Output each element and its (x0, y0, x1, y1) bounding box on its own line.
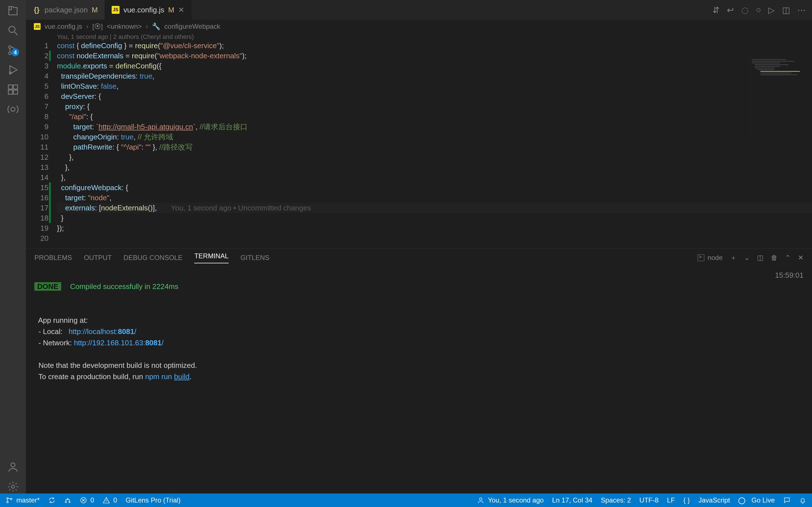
run-debug-icon[interactable] (6, 63, 20, 76)
svg-point-11 (11, 485, 15, 489)
close-panel-icon[interactable]: ✕ (798, 254, 804, 262)
status-lncol[interactable]: Ln 17, Col 34 (552, 496, 592, 504)
status-errors[interactable]: 0 (80, 496, 94, 504)
svg-point-13 (7, 501, 8, 503)
terminal-icon (698, 255, 704, 261)
json-file-icon: {} (33, 6, 41, 14)
chevron-icon: › (146, 22, 148, 31)
status-gitlens[interactable]: GitLens Pro (Trial) (125, 496, 181, 504)
close-tab-icon[interactable]: ✕ (178, 6, 185, 14)
code-area[interactable]: const { defineConfig } = require("@vue/c… (57, 41, 812, 248)
js-file-icon: JS (34, 23, 41, 30)
status-language[interactable]: { } JavaScript (683, 496, 730, 504)
terminal-output[interactable]: DONE Compiled successfully in 2224ms15:5… (26, 267, 812, 494)
svg-point-0 (9, 26, 15, 33)
svg-rect-8 (13, 90, 18, 94)
panel-tab-output[interactable]: OUTPUT (84, 254, 112, 262)
scm-icon[interactable]: 4 (6, 43, 20, 57)
svg-point-17 (69, 501, 70, 503)
tab-bar: {} package.json M JS vue.config.js M ✕ ⇵… (26, 0, 812, 20)
network-url[interactable]: http://192.168.101.63:8081/ (74, 339, 163, 347)
split-terminal-icon[interactable]: ◫ (757, 254, 763, 262)
run-icon[interactable]: ▷ (768, 5, 775, 15)
main-column: {} package.json M JS vue.config.js M ✕ ⇵… (26, 0, 812, 494)
status-spaces[interactable]: Spaces: 2 (601, 496, 631, 504)
status-warnings[interactable]: 0 (103, 496, 117, 504)
split-editor-icon[interactable]: ◫ (782, 5, 790, 15)
tab-vue-config[interactable]: JS vue.config.js M ✕ (105, 0, 192, 20)
svg-rect-6 (13, 85, 18, 89)
svg-point-14 (10, 498, 12, 500)
live-icon[interactable] (6, 103, 20, 116)
account-icon[interactable] (6, 460, 20, 474)
scm-badge: 4 (11, 48, 19, 56)
status-feedback-icon[interactable] (783, 497, 791, 504)
line-number-gutter: 1234567891011121314151617181920 (26, 41, 57, 248)
panel-tab-debug-console[interactable]: DEBUG CONSOLE (123, 254, 183, 262)
git-pr-icon[interactable]: ↩︎ (727, 5, 734, 15)
terminal-line: . (190, 372, 192, 381)
breadcrumb-file: vue.config.js (45, 22, 82, 31)
bottom-panel: PROBLEMS OUTPUT DEBUG CONSOLE TERMINAL G… (26, 248, 812, 494)
new-terminal-icon[interactable]: ＋ (730, 253, 737, 262)
terminal-process-label[interactable]: node (698, 254, 723, 262)
status-blame[interactable]: You, 1 second ago (477, 496, 544, 504)
modified-indicator: M (92, 6, 98, 14)
module-icon: [⦿] (92, 22, 103, 31)
status-eol[interactable]: LF (667, 496, 675, 504)
tab-label: vue.config.js (123, 6, 164, 14)
breadcrumb[interactable]: JS vue.config.js › [⦿] <unknown> › 🔧 con… (26, 20, 812, 33)
code-editor[interactable]: 1234567891011121314151617181920 const { … (26, 41, 812, 248)
terminal-line: build (174, 372, 190, 381)
settings-gear-icon[interactable] (6, 480, 20, 494)
compile-timestamp: 15:59:01 (775, 270, 804, 281)
panel-tab-terminal[interactable]: TERMINAL (194, 252, 229, 263)
svg-point-10 (11, 463, 15, 467)
svg-point-1 (8, 46, 11, 48)
search-icon[interactable] (6, 24, 20, 37)
panel-tab-problems[interactable]: PROBLEMS (35, 254, 72, 262)
explorer-icon[interactable] (6, 4, 20, 17)
maximize-panel-icon[interactable]: ⌃ (785, 254, 791, 262)
terminal-line: To create a production build, run (35, 372, 145, 381)
chevron-icon: › (86, 22, 88, 31)
tab-label: package.json (45, 6, 88, 14)
svg-point-15 (65, 501, 66, 503)
breadcrumb-symbol: configureWebpack (164, 22, 220, 31)
extensions-icon[interactable] (6, 83, 20, 96)
svg-rect-7 (8, 90, 13, 94)
svg-rect-5 (8, 85, 13, 89)
svg-point-9 (11, 107, 15, 112)
terminal-line: npm run (145, 372, 174, 381)
tab-package-json[interactable]: {} package.json M (26, 0, 105, 20)
panel-tabs: PROBLEMS OUTPUT DEBUG CONSOLE TERMINAL G… (26, 249, 812, 267)
svg-point-2 (8, 52, 11, 54)
kill-terminal-icon[interactable]: 🗑 (771, 254, 777, 262)
wrench-icon: 🔧 (152, 22, 160, 31)
done-badge: DONE (35, 282, 61, 291)
more-icon[interactable]: ⋯ (797, 5, 806, 15)
minimap[interactable] (750, 57, 812, 136)
status-bell-icon[interactable] (799, 497, 806, 504)
nav-prev-icon[interactable]: ◌ (741, 5, 749, 15)
status-branch[interactable]: master* (6, 496, 40, 504)
svg-point-19 (479, 498, 482, 500)
js-file-icon: JS (112, 6, 119, 14)
svg-point-12 (7, 498, 8, 499)
panel-tab-gitlens[interactable]: GITLENS (241, 254, 269, 262)
svg-point-4 (9, 72, 11, 74)
nav-next-icon[interactable]: ○ (756, 5, 761, 15)
status-golive[interactable]: Go Live (739, 496, 775, 504)
local-url[interactable]: http://localhost:8081/ (68, 327, 136, 336)
status-sync[interactable] (48, 497, 56, 504)
modified-indicator: M (168, 6, 174, 14)
status-graph-icon[interactable] (64, 497, 71, 504)
git-compare-icon[interactable]: ⇵ (712, 5, 719, 15)
terminal-line: - Local: (35, 327, 68, 336)
terminal-line: Note that the development build is not o… (35, 361, 197, 370)
terminal-dropdown-icon[interactable]: ⌄ (744, 254, 750, 262)
breadcrumb-module: <unknown> (107, 22, 142, 31)
gitlens-authors: You, 1 second ago | 2 authors (Cheryl an… (57, 33, 812, 41)
status-encoding[interactable]: UTF-8 (640, 496, 659, 504)
activity-bar: 4 (0, 0, 26, 494)
